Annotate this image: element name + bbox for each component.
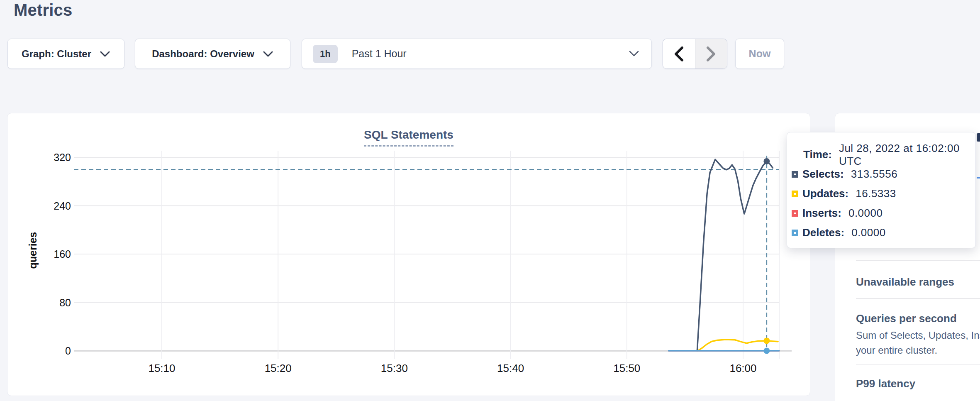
next-time-window-button[interactable] — [695, 39, 727, 68]
summary-stat-unavailable-ranges: Unavailable ranges — [856, 276, 954, 289]
svg-text:80: 80 — [59, 297, 71, 308]
chevron-right-icon — [706, 46, 717, 62]
divider — [856, 298, 980, 299]
now-button[interactable]: Now — [735, 39, 784, 69]
dashboard-dropdown-label: Dashboard: Overview — [152, 48, 254, 60]
svg-text:16:00: 16:00 — [729, 362, 756, 374]
chevron-down-icon — [263, 51, 273, 57]
svg-text:160: 160 — [54, 248, 71, 260]
graph-dropdown-label: Graph: Cluster — [22, 48, 91, 60]
svg-text:queries: queries — [27, 232, 39, 269]
summary-stat-description-line1: Sum of Selects, Updates, Inserts and Del… — [856, 330, 980, 341]
svg-text:15:20: 15:20 — [265, 362, 292, 374]
svg-text:0: 0 — [65, 345, 71, 357]
svg-text:320: 320 — [54, 152, 71, 163]
chart-panel: SQL Statements 08016024032015:1015:2015:… — [7, 113, 810, 396]
chevron-down-icon — [629, 51, 639, 57]
tooltip-row-deletes: Deletes: 0.0000 — [787, 223, 975, 242]
tooltip-time-value: Jul 28, 2022 at 16:02:00 UTC — [839, 142, 975, 168]
time-range-dropdown[interactable]: 1h Past 1 Hour — [302, 39, 652, 69]
summary-stat-p99-latency: P99 latency — [856, 377, 915, 390]
summary-stat-queries-per-second: Queries per second — [856, 312, 957, 325]
deletes-series-swatch-icon — [792, 230, 798, 236]
tooltip-row-updates: Updates: 16.5333 — [787, 184, 975, 203]
divider — [856, 260, 980, 261]
chevron-down-icon — [100, 51, 110, 57]
time-window-badge: 1h — [313, 45, 338, 63]
chevron-left-icon — [673, 46, 684, 62]
divider — [856, 364, 980, 365]
chart-tooltip: Time: Jul 28, 2022 at 16:02:00 UTC Selec… — [787, 132, 976, 248]
updates-series-swatch-icon — [792, 191, 798, 197]
svg-text:15:30: 15:30 — [381, 362, 408, 374]
page-title: Metrics — [14, 1, 72, 20]
tooltip-row-inserts: Inserts: 0.0000 — [787, 203, 975, 223]
svg-text:15:10: 15:10 — [148, 362, 175, 374]
tooltip-time-label: Time: — [803, 148, 832, 161]
prev-time-window-button[interactable] — [663, 39, 695, 68]
clipped-text-fragment — [977, 133, 980, 142]
sql-statements-chart[interactable]: 08016024032015:1015:2015:3015:4015:5016:… — [7, 113, 809, 395]
selects-series-swatch-icon — [792, 171, 798, 178]
time-window-pager — [663, 39, 727, 69]
clipped-link-fragment — [977, 177, 980, 178]
inserts-series-swatch-icon — [792, 210, 798, 217]
summary-stat-description-line2: your entire cluster. — [856, 345, 937, 356]
time-range-label: Past 1 Hour — [352, 48, 629, 60]
dashboard-dropdown[interactable]: Dashboard: Overview — [135, 39, 290, 69]
svg-text:15:50: 15:50 — [613, 362, 640, 374]
graph-dropdown[interactable]: Graph: Cluster — [7, 39, 124, 69]
svg-text:15:40: 15:40 — [497, 362, 524, 374]
svg-text:240: 240 — [54, 200, 71, 212]
